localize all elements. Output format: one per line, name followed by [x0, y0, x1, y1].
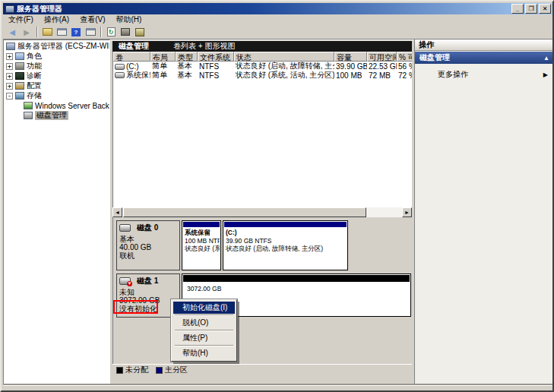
- menu-help[interactable]: 帮助(H): [110, 14, 147, 26]
- scrollbar-thumb[interactable]: [123, 207, 366, 217]
- console-tree: 服务器管理器 (ECS-ZM-WIN8) + 角色 + 功能 + 诊断 + 配置…: [3, 40, 110, 385]
- forward-icon[interactable]: ▶: [20, 26, 33, 38]
- selected-tree-label: 磁盘管理: [35, 111, 68, 120]
- volume-icon: [115, 64, 125, 70]
- expand-icon[interactable]: +: [6, 73, 13, 80]
- menu-item-offline[interactable]: 脱机(O): [173, 317, 235, 329]
- back-icon[interactable]: ◀: [5, 26, 19, 38]
- disk-icon: [119, 224, 131, 232]
- properties-icon[interactable]: [119, 26, 132, 38]
- disk-management-header: 磁盘管理 卷列表 + 图形视图: [112, 41, 412, 52]
- not-initialized-badge: ▼: [127, 281, 132, 286]
- disk-context-menu: 初始化磁盘(I) 脱机(O) 属性(P) 帮助(H): [171, 299, 237, 362]
- tree-item-storage[interactable]: - 存储: [4, 91, 109, 100]
- show-hide-tree-icon[interactable]: [84, 26, 97, 38]
- collapse-icon[interactable]: -: [6, 93, 13, 100]
- primary-partition-strip: [183, 222, 220, 227]
- more-actions-item[interactable]: 更多操作 ▶: [415, 68, 554, 81]
- actions-pane-title: 操作: [415, 40, 554, 51]
- column-header-filesystem[interactable]: 文件系统: [198, 52, 234, 62]
- menu-separator: [175, 345, 233, 346]
- disk0-status: 联机: [119, 251, 177, 260]
- tree-item-disk-management[interactable]: 磁盘管理: [4, 111, 109, 120]
- menu-view[interactable]: 查看(V): [74, 14, 110, 26]
- menu-file[interactable]: 文件(F): [3, 14, 39, 26]
- menu-item-properties[interactable]: 属性(P): [173, 332, 235, 344]
- expand-icon[interactable]: +: [6, 83, 13, 90]
- scroll-left-icon[interactable]: ◄: [112, 207, 122, 217]
- primary-partition-legend-swatch: [156, 367, 163, 374]
- partition-system-reserved[interactable]: 系统保留 100 MB NTFS 状态良好 (系: [182, 220, 221, 270]
- horizontal-scrollbar[interactable]: ◄ ►: [112, 207, 412, 217]
- submenu-arrow-icon: ▶: [543, 71, 548, 78]
- menu-item-help[interactable]: 帮助(H): [173, 347, 235, 359]
- disk0-type: 基本: [119, 235, 177, 243]
- restore-button[interactable]: ❐: [525, 4, 537, 14]
- annotation-red-rectangle: [113, 300, 158, 314]
- actions-section-disk-management[interactable]: 磁盘管理 ▲: [415, 52, 554, 64]
- unallocated-legend-swatch: [116, 367, 123, 374]
- tree-item-windows-server-backup[interactable]: Windows Server Backup: [4, 101, 109, 110]
- pane-title: 磁盘管理: [119, 41, 149, 52]
- menu-separator: [175, 330, 233, 331]
- toolbar: ◀ ▶ ? ↻: [3, 25, 552, 40]
- column-header-capacity[interactable]: 容量: [334, 52, 367, 62]
- server-manager-window: 服务器管理器 _ ❐ ✕ 文件(F) 操作(A) 查看(V) 帮助(H) ◀ ▶…: [0, 0, 554, 392]
- window-title: 服务器管理器: [17, 4, 510, 14]
- menu-separator: [175, 315, 233, 316]
- column-header-volume[interactable]: 卷: [113, 52, 150, 62]
- expand-icon[interactable]: +: [6, 53, 13, 60]
- scroll-right-icon[interactable]: ►: [402, 207, 412, 217]
- legend-bar: 未分配 主分区: [112, 364, 412, 375]
- tree-item-diagnostics[interactable]: + 诊断: [4, 71, 109, 81]
- status-bar: [3, 385, 552, 392]
- disk-icon-warning: ▼: [119, 277, 131, 285]
- primary-partition-strip: [224, 222, 347, 227]
- column-header-free-space[interactable]: 可用空间: [367, 52, 397, 62]
- primary-partition-legend-label: 主分区: [165, 365, 188, 375]
- close-button[interactable]: ✕: [539, 4, 551, 14]
- unallocated-strip: [183, 275, 410, 282]
- menu-bar: 文件(F) 操作(A) 查看(V) 帮助(H): [3, 14, 552, 25]
- expand-icon[interactable]: +: [6, 63, 13, 70]
- tree-root-server-manager[interactable]: 服务器管理器 (ECS-ZM-WIN8): [4, 42, 109, 51]
- volume-icon: [115, 72, 125, 78]
- diagnostics-icon: [15, 72, 24, 80]
- disk-management-icon: [24, 112, 33, 119]
- tree-item-features[interactable]: + 功能: [4, 62, 109, 71]
- configuration-icon: [15, 82, 24, 90]
- toolbar-separator: [100, 27, 102, 37]
- storage-icon: [15, 92, 24, 100]
- column-header-free-pct[interactable]: % 可: [397, 52, 412, 62]
- up-one-level-icon[interactable]: [40, 26, 54, 38]
- menu-action[interactable]: 操作(A): [39, 14, 74, 26]
- disk0-info-box[interactable]: 磁盘 0 基本 40.00 GB 联机: [116, 220, 180, 270]
- actions-pane: 操作 磁盘管理 ▲ 更多操作 ▶: [414, 40, 554, 385]
- toolbar-separator: [36, 27, 38, 37]
- partition-c-drive[interactable]: (C:) 39.90 GB NTFS 状态良好 (启动, 故障转储, 主分区): [223, 220, 348, 270]
- tree-item-roles[interactable]: + 角色: [4, 52, 109, 61]
- scrollbar-track[interactable]: [366, 207, 402, 217]
- disk1-type: 未知: [119, 288, 177, 296]
- disk0-size: 40.00 GB: [119, 243, 177, 251]
- features-icon: [15, 62, 24, 70]
- unallocated-legend-label: 未分配: [125, 365, 148, 375]
- roles-icon: [15, 52, 24, 60]
- minimize-button[interactable]: _: [511, 4, 524, 14]
- graphical-view: 磁盘 0 基本 40.00 GB 联机 系统保留 100 MB NTFS 状态良…: [112, 217, 412, 364]
- server-manager-icon: [6, 43, 15, 50]
- export-list-icon[interactable]: [133, 26, 147, 38]
- collapse-section-icon[interactable]: ▲: [543, 55, 549, 62]
- backup-icon: [24, 102, 33, 109]
- volume-row-system-reserved[interactable]: 系统保留 简单 基本 NTFS 状态良好 (系统, 活动, 主分区) 100 M…: [113, 71, 412, 80]
- help-icon[interactable]: ?: [69, 26, 83, 38]
- volume-list: 卷 布局 类型 文件系统 状态 容量 可用空间 % 可 (C:) 简单 基本 N…: [112, 52, 412, 207]
- server-manager-icon: [5, 5, 14, 13]
- pane-view-mode: 卷列表 + 图形视图: [173, 41, 235, 52]
- refresh-icon[interactable]: ↻: [104, 26, 118, 38]
- menu-item-initialize-disk[interactable]: 初始化磁盘(I): [173, 302, 235, 314]
- title-bar: 服务器管理器 _ ❐ ✕: [3, 3, 552, 14]
- console-window-icon[interactable]: [55, 26, 68, 38]
- tree-item-configuration[interactable]: + 配置: [4, 81, 109, 90]
